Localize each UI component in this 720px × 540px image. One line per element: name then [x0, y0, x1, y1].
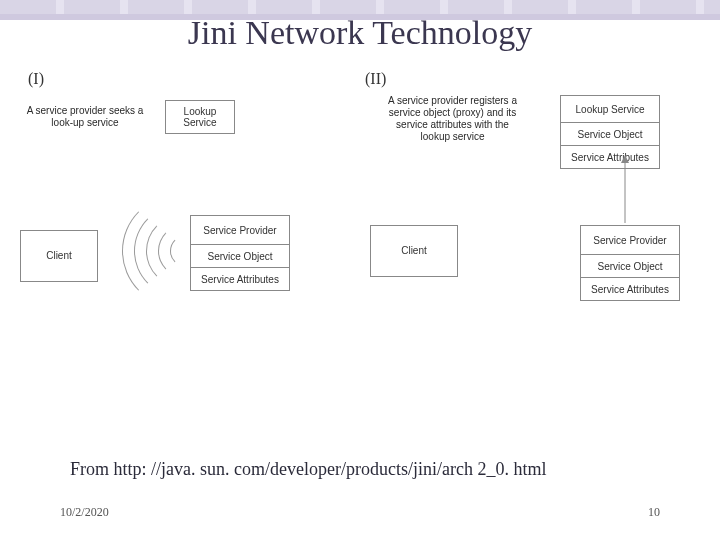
footer-date: 10/2/2020 — [60, 505, 109, 520]
panel2-provider-title: Service Provider — [581, 226, 679, 254]
panel2-register-arrow — [610, 155, 640, 225]
diagram-area: A service provider seeks a look-up servi… — [20, 95, 700, 395]
broadcast-arc — [122, 195, 234, 307]
svg-marker-1 — [621, 155, 629, 163]
panel-label-1: (I) — [28, 70, 44, 88]
panel2-lookup-title: Lookup Service — [561, 96, 659, 122]
panel-label-2: (II) — [365, 70, 386, 88]
panel1-client-box: Client — [20, 230, 98, 282]
panel2-lookup-object: Service Object — [561, 122, 659, 145]
panel2-provider-attrs: Service Attributes — [581, 277, 679, 300]
panel1-seek-text: A service provider seeks a look-up servi… — [25, 105, 145, 129]
panel2-register-text: A service provider registers a service o… — [380, 95, 525, 143]
panel2-provider-object: Service Object — [581, 254, 679, 277]
source-caption: From http: //java. sun. com/developer/pr… — [70, 459, 546, 480]
slide-title: Jini Network Technology — [0, 14, 720, 52]
footer-page: 10 — [648, 505, 660, 520]
panel1-lookup-service-box: Lookup Service — [165, 100, 235, 134]
panel2-client-box: Client — [370, 225, 458, 277]
